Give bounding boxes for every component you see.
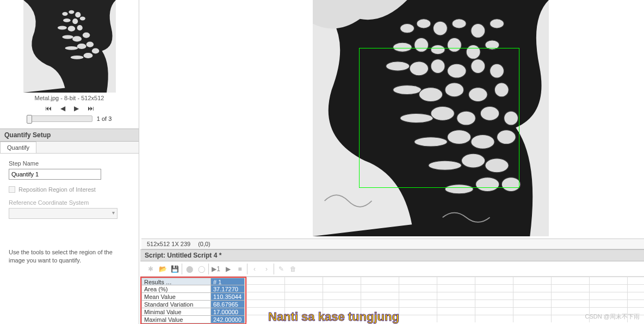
results-label: Area (%) [141, 285, 211, 293]
quantify-tabs: Quantify [0, 142, 139, 154]
step-name-input[interactable] [9, 169, 101, 180]
results-row: Maximal Value 242.00000 [141, 316, 245, 323]
results-header-value: # 1 [211, 278, 245, 285]
svg-point-24 [471, 23, 485, 38]
thumbnail-slider-row: 1 of 3 [0, 115, 139, 122]
refcoord-select[interactable] [9, 208, 117, 219]
results-value: 17.00000 [211, 308, 245, 316]
svg-point-12 [82, 33, 90, 38]
quantify-hint: Use the tools to select the region of th… [0, 242, 139, 272]
svg-point-18 [91, 48, 99, 53]
results-value: 68.67965 [211, 301, 245, 308]
svg-point-1 [62, 12, 67, 16]
results-value: 110.35044 [211, 293, 245, 301]
svg-point-25 [490, 19, 504, 28]
results-label: Mean Value [141, 293, 211, 301]
results-value: 37.17270 [211, 285, 245, 293]
svg-point-15 [86, 42, 94, 47]
results-value: 242.00000 [211, 316, 245, 323]
results-row: Mean Value 110.35044 [141, 293, 245, 301]
prev-icon[interactable]: ◀ [60, 105, 65, 112]
first-icon[interactable]: ⏮ [45, 105, 52, 112]
stop-record-icon[interactable]: ◯ [197, 265, 205, 273]
results-header-label: Results … [141, 278, 211, 285]
status-bar: 512x512 1X 239 (0,0) [141, 239, 644, 249]
svg-point-20 [400, 23, 414, 33]
main-image-area [140, 0, 644, 237]
refcoord-label: Reference Coordinate System [9, 199, 130, 206]
svg-point-7 [57, 26, 66, 30]
status-coords: (0,0) [198, 241, 210, 247]
results-label: Minimal Value [141, 308, 211, 316]
stop-icon[interactable]: ■ [236, 265, 244, 273]
svg-point-6 [79, 17, 85, 21]
reposition-label: Reposition Region of Interest [18, 186, 96, 193]
next-step-icon[interactable]: › [263, 265, 270, 273]
thumbnail-image[interactable] [23, 0, 116, 93]
svg-point-13 [65, 46, 78, 50]
reposition-checkbox[interactable] [9, 186, 15, 193]
results-label: Standard Variation [141, 301, 211, 308]
svg-point-11 [72, 36, 82, 41]
overlay-caption: Nanti sa kase tungjung [268, 310, 399, 324]
watermark: CSDN @周末不下雨 [585, 313, 640, 321]
quantify-header: Quantify Setup [0, 129, 139, 142]
svg-point-17 [83, 53, 92, 58]
svg-point-23 [452, 19, 466, 28]
results-row: Standard Variation 68.67965 [141, 301, 245, 308]
svg-point-4 [63, 19, 71, 22]
svg-point-3 [75, 12, 81, 17]
svg-point-21 [417, 19, 431, 28]
left-panel: Metal.jpg - 8-bit - 512x512 ⏮ ◀ ▶ ⏭ 1 of… [0, 0, 139, 324]
svg-point-5 [72, 19, 78, 24]
results-row: Minimal Value 17.00000 [141, 308, 245, 316]
script-header: Script: Untitled Script 4 * [140, 249, 644, 261]
record-icon[interactable]: ⬤ [185, 265, 193, 273]
thumbnail-nav: ⏮ ◀ ▶ ⏭ [0, 105, 139, 112]
svg-point-8 [67, 26, 75, 32]
play-step-icon[interactable]: ▶1 [212, 265, 220, 273]
play-icon[interactable]: ▶ [74, 105, 79, 112]
svg-point-14 [77, 44, 86, 49]
reposition-row: Reposition Region of Interest [9, 186, 130, 193]
new-icon[interactable]: ✱ [147, 265, 154, 273]
results-header-row: Results … # 1 [141, 278, 245, 285]
thumbnail-area: Metal.jpg - 8-bit - 512x512 ⏮ ◀ ▶ ⏭ 1 of… [0, 0, 139, 129]
step-name-label: Step Name [9, 160, 130, 167]
status-dims: 512x512 1X 239 [147, 241, 190, 247]
svg-point-10 [62, 35, 73, 39]
roi-rectangle[interactable] [359, 48, 519, 188]
last-icon[interactable]: ⏭ [88, 105, 94, 112]
open-icon[interactable]: 📂 [159, 265, 166, 273]
quantify-form: Step Name Reposition Region of Interest … [0, 154, 139, 225]
page-indicator: 1 of 3 [97, 115, 112, 122]
tab-quantify[interactable]: Quantify [0, 142, 36, 153]
play-all-icon[interactable]: ▶ [224, 265, 232, 273]
thumbnail-slider[interactable] [27, 115, 92, 122]
svg-point-9 [77, 25, 82, 30]
slider-handle[interactable] [27, 115, 32, 124]
results-row: Area (%) 37.17270 [141, 285, 245, 293]
results-label: Maximal Value [141, 316, 211, 323]
prev-step-icon[interactable]: ‹ [251, 265, 258, 273]
thumbnail-caption: Metal.jpg - 8-bit - 512x512 [0, 95, 139, 101]
svg-point-16 [70, 56, 83, 59]
svg-point-22 [433, 21, 447, 35]
delete-icon[interactable]: 🗑 [289, 265, 297, 273]
results-table: Results … # 1 Area (%) 37.17270 Mean Val… [140, 277, 246, 324]
svg-point-2 [69, 10, 74, 14]
script-toolbar: ✱ 📂 💾 ⬤ ◯ ▶1 ▶ ■ ‹ › ✎ 🗑 [140, 261, 644, 277]
save-icon[interactable]: 💾 [171, 265, 178, 273]
edit-icon[interactable]: ✎ [277, 265, 285, 273]
